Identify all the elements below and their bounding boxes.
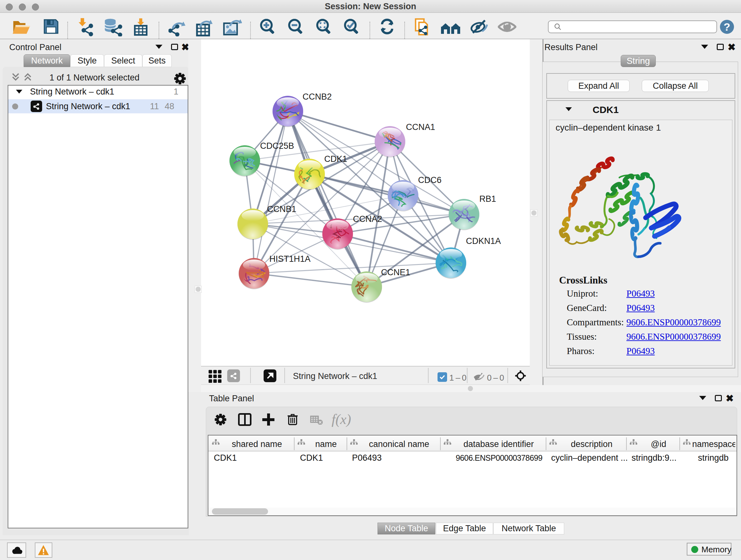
svg-text:CCNB2: CCNB2 xyxy=(302,92,332,102)
svg-text:CDK1: CDK1 xyxy=(324,154,347,164)
svg-text:CCNA2: CCNA2 xyxy=(353,214,382,224)
svg-text:HIST1H1A: HIST1H1A xyxy=(269,254,311,264)
svg-text:CDC25B: CDC25B xyxy=(260,141,294,151)
svg-text:CDKN1A: CDKN1A xyxy=(466,236,501,246)
svg-text:RB1: RB1 xyxy=(479,194,496,204)
svg-text:CCNE1: CCNE1 xyxy=(381,267,410,277)
svg-text:CCNB1: CCNB1 xyxy=(267,204,296,214)
svg-text:CDC6: CDC6 xyxy=(418,175,442,185)
svg-text:CCNA1: CCNA1 xyxy=(406,122,435,132)
